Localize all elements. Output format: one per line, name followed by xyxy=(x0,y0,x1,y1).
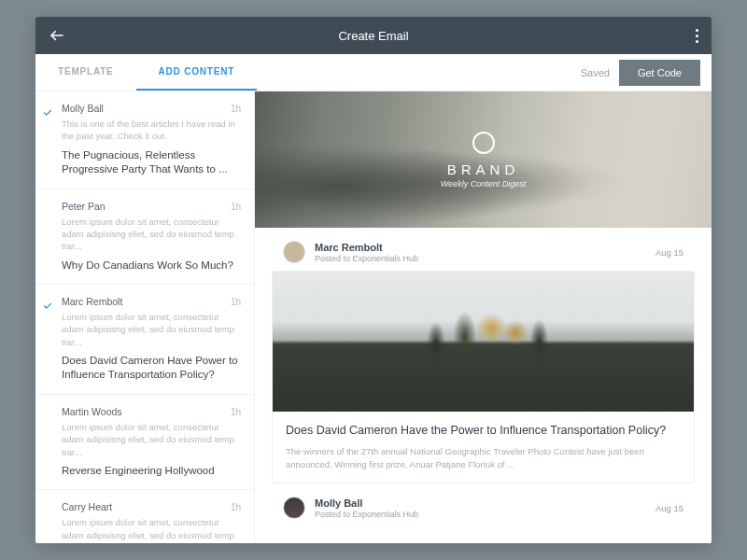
list-item[interactable]: Martin Woods1h Lorem ipsum dolor sit ame… xyxy=(35,395,254,490)
list-item[interactable]: Carry Heart1h Lorem ipsum dolor sit amet… xyxy=(35,490,254,543)
card-body: Does David Cameron Have the Power to Inf… xyxy=(272,271,695,483)
toolbar-right: Saved Get Code xyxy=(581,54,712,91)
list-item[interactable]: Molly Ball1h This is one of the best art… xyxy=(35,91,254,189)
card-posted: Posted to Exponentials Hub xyxy=(315,510,646,519)
item-time: 1h xyxy=(231,407,241,417)
item-excerpt: Lorem ipsum dolor sit amet, consectetur … xyxy=(62,216,241,253)
hero-banner: BRAND Weekly Content Digest xyxy=(255,91,712,228)
card-header: Marc Rembolt Posted to Exponentials Hub … xyxy=(283,241,684,263)
app-window: Create Email TEMPLATE ADD CONTENT Saved … xyxy=(35,17,712,543)
titlebar: Create Email xyxy=(35,17,712,54)
card-date: Aug 15 xyxy=(655,247,684,258)
email-preview[interactable]: BRAND Weekly Content Digest Marc Rembolt… xyxy=(255,91,712,543)
item-headline: The Pugnacious, Relentless Progressive P… xyxy=(62,148,241,177)
card-author: Marc Rembolt xyxy=(315,242,646,253)
card-excerpt: The winners of the 27th annual National … xyxy=(286,445,681,472)
item-time: 1h xyxy=(231,297,241,307)
check-icon xyxy=(43,105,52,121)
item-time: 1h xyxy=(231,502,241,512)
card-author-block: Molly Ball Posted to Exponentials Hub xyxy=(315,497,646,519)
card-posted: Posted to Exponentials Hub xyxy=(315,254,646,263)
tab-add-content[interactable]: ADD CONTENT xyxy=(136,54,258,91)
card-title: Does David Cameron Have the Power to Inf… xyxy=(286,423,681,440)
brand-name: BRAND xyxy=(447,161,520,177)
item-author: Martin Woods xyxy=(62,406,122,417)
item-time: 1h xyxy=(231,202,241,212)
item-author: Carry Heart xyxy=(62,501,112,512)
item-headline: Why Do Canadians Work So Much? xyxy=(62,259,241,273)
tab-template[interactable]: TEMPLATE xyxy=(35,54,136,91)
brand-subtitle: Weekly Content Digest xyxy=(441,179,526,189)
card-header: Molly Ball Posted to Exponentials Hub Au… xyxy=(283,497,684,519)
item-time: 1h xyxy=(231,104,241,114)
item-excerpt: Lorem ipsum dolor sit amet, consectetur … xyxy=(62,516,241,543)
brand-logo-icon xyxy=(472,132,495,154)
main: Molly Ball1h This is one of the best art… xyxy=(35,91,712,543)
page-title: Create Email xyxy=(338,29,408,43)
saved-label: Saved xyxy=(581,67,610,78)
get-code-button[interactable]: Get Code xyxy=(619,60,700,86)
item-excerpt: Lorem ipsum dolor sit amet, consectetur … xyxy=(62,421,241,458)
item-headline: Does David Cameron Have Power to Influen… xyxy=(62,354,241,383)
content-card: Molly Ball Posted to Exponentials Hub Au… xyxy=(272,497,695,519)
item-author: Peter Pan xyxy=(62,201,106,212)
item-excerpt: This is one of the best articles I have … xyxy=(62,118,241,143)
back-arrow-icon[interactable] xyxy=(49,27,65,44)
toolbar: TEMPLATE ADD CONTENT Saved Get Code xyxy=(35,54,712,91)
item-author: Marc Rembolt xyxy=(62,296,122,307)
item-author: Molly Ball xyxy=(62,103,104,114)
content-card: Marc Rembolt Posted to Exponentials Hub … xyxy=(272,241,695,483)
avatar xyxy=(283,497,305,519)
card-text: Does David Cameron Have the Power to Inf… xyxy=(273,412,694,483)
item-excerpt: Lorem ipsum dolor sit amet, consectetur … xyxy=(62,311,241,348)
card-date: Aug 15 xyxy=(655,503,684,513)
card-author-block: Marc Rembolt Posted to Exponentials Hub xyxy=(315,242,646,263)
more-menu-icon[interactable] xyxy=(696,29,698,43)
content-list[interactable]: Molly Ball1h This is one of the best art… xyxy=(35,91,255,543)
tabs: TEMPLATE ADD CONTENT xyxy=(35,54,257,91)
list-item[interactable]: Marc Rembolt1h Lorem ipsum dolor sit ame… xyxy=(35,285,254,395)
list-item[interactable]: Peter Pan1h Lorem ipsum dolor sit amet, … xyxy=(35,189,254,285)
check-icon xyxy=(43,298,52,315)
avatar xyxy=(283,241,305,263)
item-headline: Reverse Engineering Hollywood xyxy=(62,464,241,479)
card-author: Molly Ball xyxy=(315,497,646,509)
card-image xyxy=(273,272,694,412)
